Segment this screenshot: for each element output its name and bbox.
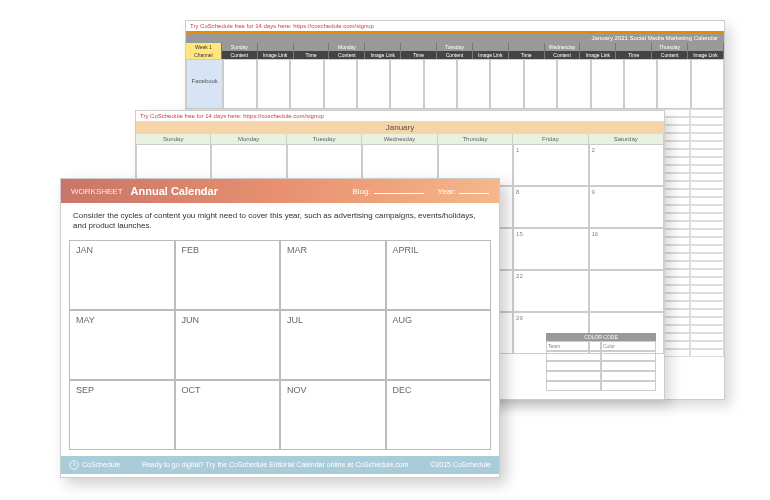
day-header: Wednesday	[545, 43, 581, 51]
weekday: Tuesday	[287, 134, 362, 144]
promo-link[interactable]: Try CoSchedule free for 14 days here: ht…	[136, 111, 664, 121]
day-cell[interactable]: 8	[513, 186, 588, 228]
channel-header: Channel	[186, 51, 222, 59]
month-cell[interactable]: FEB	[175, 240, 281, 310]
brand-logo: CoSchedule	[69, 460, 120, 470]
blog-field[interactable]: Blog:	[352, 187, 423, 196]
day-cell[interactable]: 9	[589, 186, 664, 228]
page-title: Annual Calendar	[131, 185, 339, 197]
colorcode-title: COLOR CODE	[546, 333, 656, 341]
weekday: Wednesday	[362, 134, 437, 144]
month-cell[interactable]: NOV	[280, 380, 386, 450]
month-cell[interactable]: DEC	[386, 380, 492, 450]
weekday-header: Sunday Monday Tuesday Wednesday Thursday…	[136, 134, 664, 144]
months-grid: JANFEBMARAPRILMAYJUNJULAUGSEPOCTNOVDEC	[69, 240, 491, 450]
month-cell[interactable]: SEP	[69, 380, 175, 450]
day-header-row: Week 1 Sunday Monday Tuesday Wednesday T…	[186, 43, 724, 51]
day-cell[interactable]: 1	[513, 144, 588, 186]
day-header: Thursday	[652, 43, 688, 51]
worksheet-footer: CoSchedule Ready to go digital? Try the …	[61, 456, 499, 474]
promo-link[interactable]: Try CoSchedule free for 14 days here: ht…	[186, 21, 724, 33]
month-cell[interactable]: JUL	[280, 310, 386, 380]
day-cell[interactable]: 2	[589, 144, 664, 186]
coschedule-icon	[69, 460, 79, 470]
weekday: Sunday	[136, 134, 211, 144]
month-cell[interactable]: APRIL	[386, 240, 492, 310]
month-cell[interactable]: MAY	[69, 310, 175, 380]
day-cell[interactable]: 15	[513, 228, 588, 270]
color-code-legend: COLOR CODE TeamColor	[546, 333, 656, 391]
weekday: Thursday	[438, 134, 513, 144]
week-label: Week 1	[186, 43, 222, 51]
day-cell[interactable]: 22	[513, 270, 588, 312]
channel-cell: Facebook	[186, 59, 223, 109]
footer-cta: Ready to go digital? Try the CoSchedule …	[142, 461, 409, 468]
worksheet-badge: WORKSHEET	[71, 187, 123, 196]
channel-row: Facebook	[186, 59, 724, 109]
day-header: Tuesday	[437, 43, 473, 51]
annual-calendar-worksheet: WORKSHEET Annual Calendar Blog: Year: Co…	[60, 178, 500, 478]
month-title: January	[136, 121, 664, 134]
weekday: Monday	[211, 134, 286, 144]
spreadsheet-title: January 2021 Social Media Marketing Cale…	[186, 33, 724, 43]
day-cell[interactable]	[589, 270, 664, 312]
instructions-text: Consider the cycles of content you might…	[61, 203, 499, 240]
month-cell[interactable]: JAN	[69, 240, 175, 310]
footer-copyright: ©2015 CoSchedule	[430, 461, 491, 468]
day-cell[interactable]: 16	[589, 228, 664, 270]
month-cell[interactable]: OCT	[175, 380, 281, 450]
year-field[interactable]: Year:	[438, 187, 489, 196]
day-header: Sunday	[222, 43, 258, 51]
month-cell[interactable]: JUN	[175, 310, 281, 380]
weekday: Saturday	[589, 134, 664, 144]
weekday: Friday	[513, 134, 588, 144]
month-cell[interactable]: AUG	[386, 310, 492, 380]
worksheet-header: WORKSHEET Annual Calendar Blog: Year:	[61, 179, 499, 203]
month-cell[interactable]: MAR	[280, 240, 386, 310]
day-header: Monday	[329, 43, 365, 51]
column-header-row: Channel ContentImage LinkTime ContentIma…	[186, 51, 724, 59]
